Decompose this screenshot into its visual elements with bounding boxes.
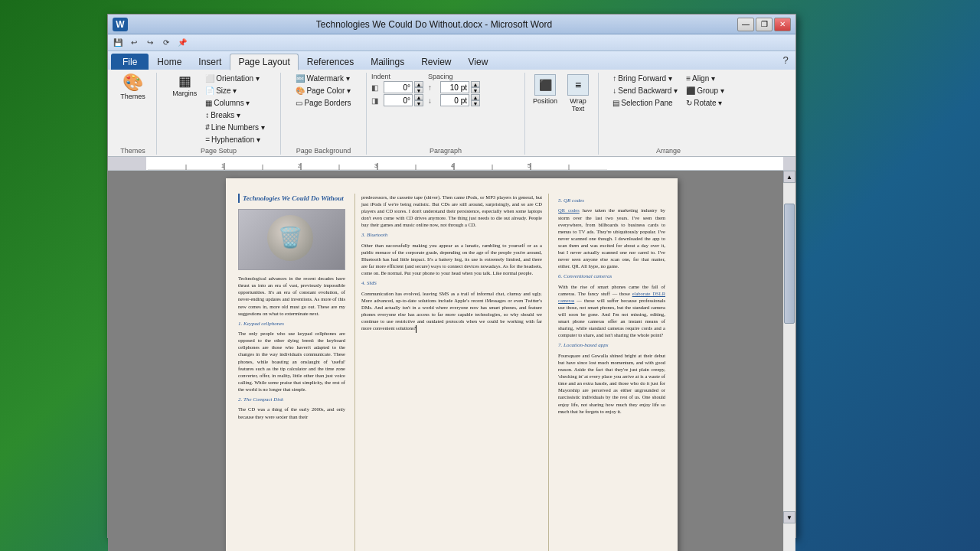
minimize-btn[interactable]: — xyxy=(737,18,754,31)
paragraph-label-bottom: Paragraph xyxy=(430,147,462,155)
group-btn[interactable]: ⬛ Group ▾ xyxy=(683,85,727,96)
spacing-after-input[interactable] xyxy=(440,94,469,106)
hyphenation-icon: = xyxy=(205,135,210,144)
selection-pane-btn[interactable]: ▤ Selection Pane xyxy=(609,97,681,109)
indent-right-input[interactable] xyxy=(384,94,413,106)
scroll-up-btn[interactable]: ▲ xyxy=(783,171,795,183)
section6-text: With the rise of smart phones came the f… xyxy=(558,283,665,339)
arrange-label: Arrange xyxy=(656,147,681,155)
group-icon: ⬛ xyxy=(686,86,695,95)
indent-left-spinners: ▲ ▼ xyxy=(414,81,423,93)
margins-btn[interactable]: ▦ Margins xyxy=(169,73,200,99)
size-icon: 📄 xyxy=(205,86,214,95)
columns-icon: ▦ xyxy=(205,99,212,107)
rotate-btn[interactable]: ↻ Rotate ▾ xyxy=(683,97,727,109)
orientation-icon: ⬜ xyxy=(205,74,214,83)
spacing-after-down[interactable]: ▼ xyxy=(471,100,480,106)
indent-right-down[interactable]: ▼ xyxy=(414,100,423,106)
align-icon: ≡ xyxy=(686,74,691,83)
section2-title: 2. The Compact Disk xyxy=(238,396,345,403)
send-backward-btn[interactable]: ↓ Send Backward ▾ xyxy=(609,85,681,96)
page-setup-group: ▦ Margins ⬜ Orientation ▾ 📄 Size ▾ ▦ Col… xyxy=(158,73,281,155)
spacing-label: Spacing xyxy=(428,73,520,80)
tab-home[interactable]: Home xyxy=(149,54,190,70)
tab-view[interactable]: View xyxy=(460,54,497,70)
themes-btn[interactable]: 🎨 Themes xyxy=(117,73,149,102)
spacing-section: Spacing ↑ ▲ ▼ ↓ ▲ ▼ xyxy=(428,73,520,106)
themes-group-label: Themes xyxy=(120,147,145,155)
help-icon[interactable]: ? xyxy=(779,53,792,67)
scroll-track[interactable] xyxy=(784,184,795,551)
wrap-text-btn[interactable]: ≡ WrapText xyxy=(563,73,593,114)
text-cursor xyxy=(416,325,416,333)
doc-image: 🗑️ xyxy=(238,209,345,270)
page-borders-btn[interactable]: ▭ Page Borders xyxy=(292,97,354,109)
section5-title: 5. QR codes xyxy=(558,197,665,204)
column-left: Technologies We Could Do Without 🗑️ Tech… xyxy=(238,194,345,551)
customize-qa-btn[interactable]: 📌 xyxy=(175,36,189,50)
arrange-stack-left: ↑ Bring Forward ▾ ↓ Send Backward ▾ ▤ Se… xyxy=(609,73,681,109)
ribbon-bar: 🎨 Themes Themes ▦ Margins ⬜ Orientation … xyxy=(108,70,795,157)
section1-title: 1. Keypad cellphones xyxy=(238,321,345,328)
send-backward-icon: ↓ xyxy=(612,86,616,95)
align-btn[interactable]: ≡ Align ▾ xyxy=(683,73,727,84)
wrap-text-icon: ≡ xyxy=(567,74,589,96)
tab-references[interactable]: References xyxy=(299,54,362,70)
intro-text: Technological advances in the recent dec… xyxy=(238,275,345,317)
spacing-before-icon: ↑ xyxy=(428,83,439,92)
spacing-before-down[interactable]: ▼ xyxy=(471,87,480,93)
ribbon-tabs: File Home Insert Page Layout References … xyxy=(108,51,795,70)
svg-text:4: 4 xyxy=(451,163,454,168)
spacing-before-input[interactable] xyxy=(440,81,469,93)
columns-btn[interactable]: ▦ Columns ▾ xyxy=(202,97,268,109)
indent-section: Indent ◧ ▲ ▼ ◨ ▲ ▼ xyxy=(371,73,423,106)
position-btn[interactable]: ⬛ Position xyxy=(530,73,560,106)
bring-forward-icon: ↑ xyxy=(612,74,616,83)
svg-text:1: 1 xyxy=(221,163,224,168)
bring-forward-btn[interactable]: ↑ Bring Forward ▾ xyxy=(609,73,681,84)
horizontal-ruler: 1 2 3 4 5 xyxy=(108,157,795,171)
close-btn[interactable]: ✕ xyxy=(774,18,791,31)
selection-pane-icon: ▤ xyxy=(612,99,619,107)
print-qa-btn[interactable]: ⟳ xyxy=(159,36,173,50)
breaks-btn[interactable]: ↕ Breaks ▾ xyxy=(202,109,268,121)
tab-mailings[interactable]: Mailings xyxy=(362,54,413,70)
tab-review[interactable]: Review xyxy=(413,54,459,70)
page-setup-content: ▦ Margins ⬜ Orientation ▾ 📄 Size ▾ ▦ Col… xyxy=(169,73,268,145)
section2-cont: predecessors, the cassette tape (shiver)… xyxy=(361,194,542,228)
line-numbers-btn[interactable]: # Line Numbers ▾ xyxy=(202,122,268,133)
watermark-btn[interactable]: 🔤 Watermark ▾ xyxy=(292,73,354,84)
spacing-after-up[interactable]: ▲ xyxy=(471,94,480,100)
spacing-before-up[interactable]: ▲ xyxy=(471,81,480,87)
scroll-thumb[interactable] xyxy=(784,204,795,324)
indent-left-up[interactable]: ▲ xyxy=(414,81,423,87)
redo-qa-btn[interactable]: ↪ xyxy=(143,36,157,50)
ruler-white-area: 1 2 3 4 5 xyxy=(146,157,783,170)
restore-btn[interactable]: ❐ xyxy=(756,18,773,31)
size-btn[interactable]: 📄 Size ▾ xyxy=(202,85,268,96)
tab-page-layout[interactable]: Page Layout xyxy=(230,54,298,70)
indent-right-up[interactable]: ▲ xyxy=(414,94,423,100)
section4-text: Communication has evolved, leaving SMS a… xyxy=(361,290,542,333)
paragraph-content: Indent ◧ ▲ ▼ ◨ ▲ ▼ xyxy=(371,73,520,145)
hyphenation-btn[interactable]: = Hyphenation ▾ xyxy=(202,134,268,145)
document-scroll[interactable]: Technologies We Could Do Without 🗑️ Tech… xyxy=(120,171,783,551)
tab-insert[interactable]: Insert xyxy=(190,54,230,70)
column-right: 5. QR codes QR codes have taken the mark… xyxy=(558,194,665,551)
watermark-icon: 🔤 xyxy=(296,74,305,83)
vertical-scrollbar[interactable]: ▲ ▼ xyxy=(783,171,795,551)
page-borders-icon: ▭ xyxy=(296,99,302,107)
save-qa-btn[interactable]: 💾 xyxy=(111,36,125,50)
wrap-text-label: WrapText xyxy=(570,97,586,112)
scroll-down-btn[interactable]: ▼ xyxy=(783,511,795,523)
orientation-btn[interactable]: ⬜ Orientation ▾ xyxy=(202,73,268,84)
section3-text: Other than successfully making you appea… xyxy=(361,242,542,276)
page-color-btn[interactable]: 🎨 Page Color ▾ xyxy=(292,85,354,96)
rotate-icon: ↻ xyxy=(686,99,692,107)
undo-qa-btn[interactable]: ↩ xyxy=(127,36,141,50)
page-bg-stack: 🔤 Watermark ▾ 🎨 Page Color ▾ ▭ Page Bord… xyxy=(292,73,354,109)
breaks-icon: ↕ xyxy=(205,111,209,119)
tab-file[interactable]: File xyxy=(111,54,149,70)
indent-left-down[interactable]: ▼ xyxy=(414,87,423,93)
indent-left-input[interactable] xyxy=(384,81,413,93)
